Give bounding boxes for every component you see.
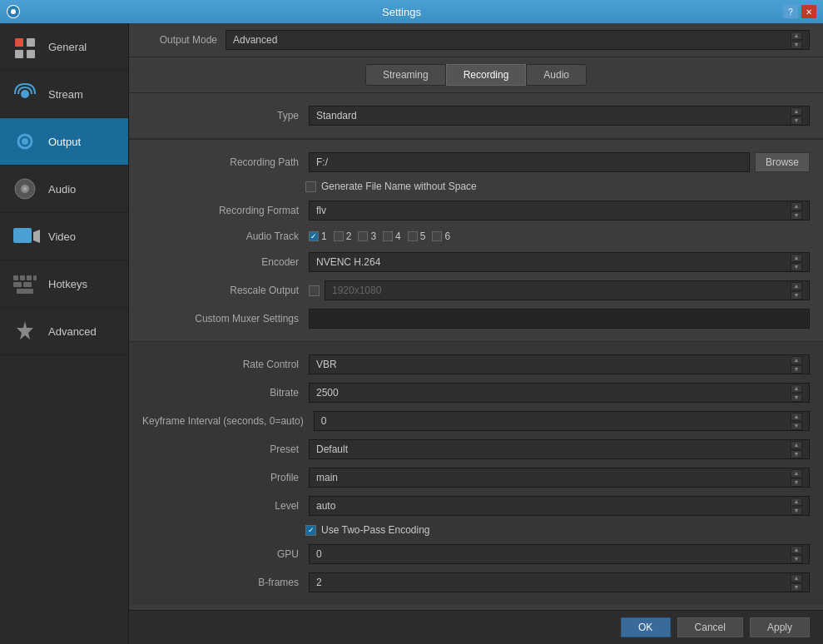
track-5: 5 (408, 230, 426, 242)
bitrate-field[interactable]: 2500 ▲ ▼ (309, 383, 810, 403)
bframes-label: B-frames (142, 577, 309, 588)
bitrate-up[interactable]: ▲ (791, 384, 802, 393)
preset-spinner: ▲ ▼ (791, 441, 802, 458)
svg-rect-14 (13, 275, 18, 280)
profile-field[interactable]: main ▲ ▼ (309, 468, 810, 488)
output-mode-label: Output Mode (142, 34, 217, 46)
level-up[interactable]: ▲ (791, 498, 802, 506)
output-mode-field[interactable]: Advanced ▲ ▼ (226, 30, 810, 50)
rate-control-up[interactable]: ▲ (791, 356, 802, 364)
tab-recording[interactable]: Recording (446, 64, 527, 86)
two-pass-row: Use Two-Pass Encoding (129, 520, 823, 540)
encoder-field[interactable]: NVENC H.264 ▲ ▼ (309, 252, 810, 272)
rescale-control: 1920x1080 ▲ ▼ (309, 280, 810, 300)
profile-up[interactable]: ▲ (791, 469, 802, 478)
close-button[interactable]: ✕ (801, 5, 816, 18)
recording-format-field[interactable]: flv ▲ ▼ (309, 201, 810, 220)
bitrate-down[interactable]: ▼ (791, 394, 802, 402)
track-4-checkbox[interactable] (383, 231, 393, 241)
svg-rect-17 (33, 275, 37, 280)
preset-field[interactable]: Default ▲ ▼ (309, 439, 810, 459)
encoder-control: NVENC H.264 ▲ ▼ (309, 252, 810, 272)
encoder-down[interactable]: ▼ (791, 263, 802, 271)
track-3-num: 3 (370, 230, 376, 242)
generate-filename-checkbox[interactable] (305, 181, 316, 192)
svg-rect-2 (15, 38, 23, 47)
preset-up[interactable]: ▲ (791, 441, 802, 449)
type-down[interactable]: ▼ (791, 116, 802, 125)
keyframe-row: Keyframe Interval (seconds, 0=auto) 0 ▲ … (129, 407, 823, 435)
apply-button[interactable]: Apply (750, 617, 810, 637)
keyframe-down[interactable]: ▼ (791, 422, 802, 430)
type-field[interactable]: Standard ▲ ▼ (309, 106, 810, 126)
cancel-button[interactable]: Cancel (677, 617, 743, 637)
track-1-num: 1 (321, 230, 327, 242)
output-mode-down[interactable]: ▼ (791, 41, 802, 49)
preset-down[interactable]: ▼ (791, 450, 802, 458)
recording-path-row: Recording Path F:/ Browse (129, 148, 823, 176)
sidebar-item-general[interactable]: General (0, 23, 128, 71)
bframes-spinner: ▲ ▼ (791, 574, 802, 592)
profile-down[interactable]: ▼ (791, 478, 802, 487)
help-button[interactable]: ? (783, 5, 798, 18)
advanced-label: Advanced (48, 325, 97, 338)
sidebar-item-advanced[interactable]: Advanced (0, 308, 128, 355)
svg-rect-12 (13, 228, 32, 243)
rescale-down[interactable]: ▼ (791, 291, 802, 300)
profile-label: Profile (142, 472, 309, 483)
sidebar-item-video[interactable]: Video (0, 213, 128, 260)
profile-row: Profile main ▲ ▼ (129, 463, 823, 492)
level-control: auto ▲ ▼ (309, 496, 810, 516)
stream-label: Stream (48, 88, 83, 101)
rate-control-control: VBR ▲ ▼ (309, 354, 810, 374)
bitrate-row: Bitrate 2500 ▲ ▼ (129, 379, 823, 407)
format-down[interactable]: ▼ (791, 211, 802, 220)
recording-path-field[interactable]: F:/ (309, 152, 750, 172)
ok-button[interactable]: OK (621, 617, 671, 637)
keyframe-control: 0 ▲ ▼ (314, 411, 810, 431)
gpu-field[interactable]: 0 ▲ ▼ (309, 544, 810, 564)
level-field[interactable]: auto ▲ ▼ (309, 496, 810, 516)
gpu-up[interactable]: ▲ (791, 546, 802, 554)
rescale-field[interactable]: 1920x1080 ▲ ▼ (325, 280, 810, 300)
sidebar-item-hotkeys[interactable]: Hotkeys (0, 260, 128, 308)
track-5-checkbox[interactable] (408, 231, 418, 241)
rescale-up[interactable]: ▲ (791, 282, 802, 290)
rate-control-spinner: ▲ ▼ (791, 356, 802, 374)
audio-track-control: 1 2 3 4 (309, 230, 810, 242)
two-pass-checkbox[interactable] (305, 525, 316, 536)
sidebar-item-stream[interactable]: Stream (0, 71, 128, 118)
window-controls: ? ✕ (783, 5, 816, 18)
format-up[interactable]: ▲ (791, 202, 802, 211)
keyframe-up[interactable]: ▲ (791, 413, 802, 421)
rate-control-down[interactable]: ▼ (791, 365, 802, 374)
track-1-checkbox[interactable] (309, 231, 319, 241)
gpu-down[interactable]: ▼ (791, 555, 802, 563)
custom-muxer-field[interactable] (309, 309, 810, 329)
type-row: Type Standard ▲ ▼ (129, 102, 823, 130)
bframes-up[interactable]: ▲ (791, 574, 802, 582)
bframes-down[interactable]: ▼ (791, 583, 802, 592)
encoder-up[interactable]: ▲ (791, 254, 802, 262)
keyframe-label: Keyframe Interval (seconds, 0=auto) (142, 415, 314, 427)
tab-audio[interactable]: Audio (526, 64, 587, 86)
level-down[interactable]: ▼ (791, 507, 802, 515)
output-label: Output (48, 136, 81, 148)
tab-streaming[interactable]: Streaming (365, 64, 446, 86)
rate-control-field[interactable]: VBR ▲ ▼ (309, 354, 810, 374)
track-3-checkbox[interactable] (358, 231, 368, 241)
keyframe-field[interactable]: 0 ▲ ▼ (314, 411, 810, 431)
audio-track-label: Audio Track (142, 230, 309, 242)
keyframe-spinner: ▲ ▼ (791, 413, 802, 430)
sidebar-item-audio[interactable]: Audio (0, 166, 128, 213)
track-2-checkbox[interactable] (334, 231, 344, 241)
svg-marker-13 (33, 230, 40, 243)
profile-control: main ▲ ▼ (309, 468, 810, 488)
output-mode-up[interactable]: ▲ (791, 32, 802, 40)
rescale-checkbox[interactable] (309, 285, 320, 296)
bframes-field[interactable]: 2 ▲ ▼ (309, 572, 810, 592)
type-up[interactable]: ▲ (791, 107, 802, 116)
track-6-checkbox[interactable] (432, 231, 442, 241)
browse-button[interactable]: Browse (755, 152, 810, 172)
sidebar-item-output[interactable]: Output (0, 118, 128, 166)
